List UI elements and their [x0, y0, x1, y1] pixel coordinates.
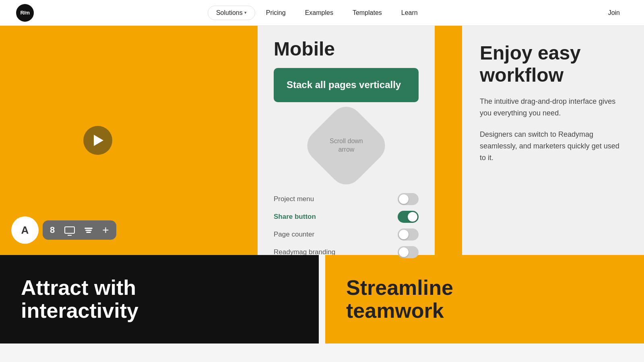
layers-shape	[85, 228, 93, 233]
streamline-title: Streamline teamwork	[346, 276, 623, 322]
attract-card[interactable]: Attract with interactivity	[0, 255, 319, 343]
toggle-page-counter-switch[interactable]	[398, 228, 419, 241]
right-orange-stripe	[435, 26, 462, 255]
right-panel: Enjoy easy workflow The intuitive drag-a…	[435, 26, 644, 255]
navbar: R/m Solutions ▾ Pricing Examples Templat…	[0, 0, 644, 26]
play-button[interactable]	[83, 126, 112, 155]
scroll-arrow-shape: Scroll down arrow	[301, 100, 392, 191]
add-icon[interactable]: +	[102, 224, 109, 236]
streamline-card[interactable]: Streamline teamwork	[325, 255, 644, 343]
main-content: A 8 +	[0, 0, 644, 343]
toggle-readymag-branding-switch[interactable]	[398, 246, 419, 258]
toggle-share-button-switch[interactable]	[398, 211, 419, 223]
play-icon	[94, 135, 103, 146]
monitor-icon[interactable]	[64, 226, 75, 234]
logo[interactable]: R/m	[16, 4, 34, 22]
toggle-knob	[399, 194, 409, 204]
toggle-project-menu-switch[interactable]	[398, 193, 419, 205]
right-content: Enjoy easy workflow The intuitive drag-a…	[462, 26, 644, 255]
toolbar-icons: 8 +	[43, 220, 116, 240]
toggle-label: Project menu	[274, 195, 314, 203]
toggle-knob	[408, 212, 417, 222]
left-orange-panel: A 8 +	[0, 26, 258, 255]
toggle-knob	[399, 247, 409, 257]
join-button[interactable]: Join	[600, 6, 628, 20]
enjoy-body-1: The intuitive drag-and-drop interface gi…	[480, 96, 626, 119]
nav-center: Solutions ▾ Pricing Examples Templates L…	[208, 6, 426, 20]
scroll-arrow-container: Scroll down arrow	[274, 113, 419, 178]
toggle-knob	[399, 230, 409, 239]
top-section: A 8 +	[0, 26, 644, 255]
toggle-section: Project menu Share button Page counter	[274, 192, 419, 259]
nav-pricing[interactable]: Pricing	[258, 6, 294, 20]
nav-examples[interactable]: Examples	[297, 6, 342, 20]
toggle-share-button: Share button	[274, 210, 419, 224]
toggle-project-menu: Project menu	[274, 192, 419, 206]
enjoy-body-2: Designers can switch to Readymag seamles…	[480, 129, 626, 163]
toggle-label: Page counter	[274, 230, 314, 239]
mobile-title: Mobile	[274, 39, 419, 60]
number-icon[interactable]: 8	[50, 225, 55, 235]
monitor-shape	[64, 226, 75, 234]
chevron-down-icon: ▾	[244, 10, 247, 15]
center-panel: Mobile Stack all pages vertically Scroll…	[258, 26, 435, 255]
layers-icon[interactable]	[85, 228, 93, 233]
enjoy-title: Enjoy easy workflow	[480, 42, 626, 86]
stack-pages-button[interactable]: Stack all pages vertically	[274, 68, 419, 102]
nav-solutions[interactable]: Solutions ▾	[208, 6, 255, 20]
nav-templates[interactable]: Templates	[344, 6, 390, 20]
attract-title: Attract with interactivity	[21, 276, 298, 322]
toggle-page-counter: Page counter	[274, 228, 419, 241]
avatar[interactable]: A	[11, 216, 39, 244]
nav-learn[interactable]: Learn	[393, 6, 426, 20]
toolbar: A 8 +	[11, 216, 116, 244]
scroll-arrow-text: Scroll down arrow	[330, 137, 363, 154]
bottom-cards: Attract with interactivity Streamline te…	[0, 255, 644, 343]
toggle-label-active: Share button	[274, 213, 316, 221]
